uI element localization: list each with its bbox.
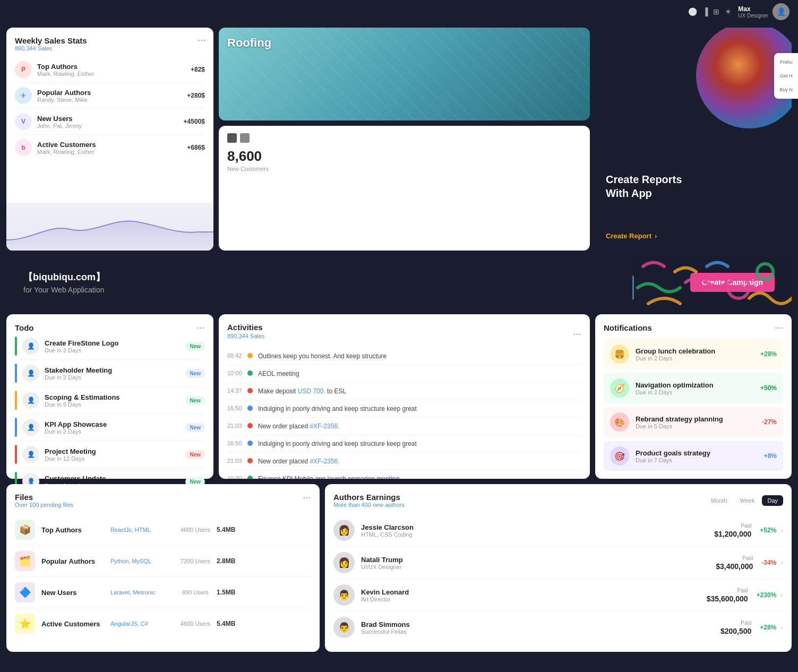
notifications-menu-icon[interactable]: ⋯ [775, 323, 783, 333]
activity-time: 10:30 [227, 475, 247, 479]
todo-menu-icon[interactable]: ⋯ [196, 323, 205, 333]
top-authors-info: Top Authors Mark, Rowling, Esther [37, 63, 191, 77]
activity-dot [247, 353, 253, 358]
list-item: 🎯 Product goals strategy Due in 7 Days +… [604, 441, 783, 471]
author-row-role: UI/UX Designer [361, 564, 716, 570]
new-customers-number: 8,600 [227, 148, 581, 165]
weekly-sales-menu-icon[interactable]: ⋯ [198, 35, 206, 45]
todo-card: Todo ⋯ 👤 Create FireStone Logo Due in 2 … [6, 314, 213, 479]
author-pct: +230% [757, 591, 777, 599]
activity-time: 16:50 [227, 405, 247, 411]
todo-avatar: 👤 [22, 419, 39, 436]
main-content: Weekly Sales Stats 890,344 Sales ⋯ P Top… [0, 23, 798, 658]
notif-due: Due in 2 Days [636, 355, 760, 361]
new-customers-icons [227, 133, 581, 143]
activity-dot [247, 441, 253, 446]
activity-link[interactable]: USD 700. [298, 387, 325, 395]
list-item: 10:00 AEOL meeting [227, 365, 581, 383]
notif-name: Rebrand strategy planning [636, 415, 762, 423]
file-users: 7200 Users [174, 558, 217, 564]
list-item: 👤 Create FireStone Logo Due in 2 Days Ne… [15, 333, 205, 360]
active-customers-icon: b [15, 139, 32, 156]
author-earnings: Paid $200,500 [720, 620, 751, 635]
author-avatar: 👩 [333, 520, 355, 541]
file-users: 4600 Users [174, 527, 217, 533]
right-panel-item-prebu[interactable]: Prebu [777, 57, 795, 67]
list-item: P Top Authors Mark, Rowling, Esther +82$ [15, 57, 205, 83]
new-customers-label: New Customers [227, 166, 581, 172]
list-item: 📦 Top Authors ReactJs, HTML 4600 Users 5… [15, 514, 311, 546]
new-users-info: New Users John, Pat, Jimmy [37, 115, 184, 129]
notif-icon-rebrand: 🎨 [610, 412, 629, 432]
files-subtitle: Over 100 pending files [15, 502, 73, 508]
period-day-button[interactable]: Day [762, 495, 783, 506]
create-report-link[interactable]: Create Report › [606, 232, 781, 240]
files-title: Files [15, 493, 73, 502]
right-panel-item-geth[interactable]: Get H [777, 71, 795, 81]
activity-link[interactable]: #XF-2356. [310, 423, 339, 430]
campaign-decoration [632, 256, 792, 309]
activities-sub: 890,344 Sales [227, 333, 264, 339]
campaign-title: 【biqubiqu.com】 [23, 271, 105, 283]
brightness-icon[interactable]: ☀ [725, 7, 732, 16]
files-card: Files Over 100 pending files ⋯ 📦 Top Aut… [6, 484, 320, 652]
chevron-right-icon[interactable]: › [780, 623, 783, 632]
list-item: V New Users John, Pat, Jimmy +4500$ [15, 109, 205, 135]
topbar: ⚪ ▐ ⊞ ☀ Max UX Designer 👤 [0, 0, 798, 23]
chevron-right-icon[interactable]: › [780, 526, 783, 535]
todo-avatar: 👤 [22, 365, 39, 382]
todo-badge: New [185, 423, 205, 432]
notif-info: Group lunch celebration Due in 2 Days [636, 347, 760, 361]
list-item: 👩 Natali Trump UI/UX Designer Paid $3,40… [333, 547, 783, 579]
user-role: UX Designer [738, 13, 768, 19]
files-menu-icon[interactable]: ⋯ [303, 493, 311, 503]
notif-value: +8% [764, 452, 777, 460]
file-size: 5.4MB [217, 620, 235, 627]
popular-authors-users: Randy, Steve, Mike [37, 97, 187, 103]
list-item: 👨 Brad Simmons Successful Fellas Paid $2… [333, 611, 783, 643]
file-size: 2.8MB [217, 557, 235, 565]
user-name: Max [738, 5, 768, 13]
period-week-button[interactable]: Week [735, 495, 760, 506]
grid-icon[interactable]: ⊞ [713, 7, 719, 16]
right-panel-item-buyn[interactable]: Buy N [777, 85, 795, 94]
authors-earnings-sub: More than 400 new authors [333, 502, 405, 508]
activity-text: Indulging in poorly driving and keep str… [258, 404, 581, 413]
todo-bar [15, 418, 17, 437]
arrow-right-icon: › [655, 232, 657, 240]
activity-dot [247, 476, 253, 479]
battery-icon: ▐ [702, 7, 708, 16]
period-month-button[interactable]: Month [706, 495, 733, 506]
author-row-name: Jessie Clarcson [361, 523, 714, 531]
author-details: Brad Simmons Successful Fellas [361, 621, 720, 635]
topbar-user: Max UX Designer 👤 [738, 3, 790, 20]
campaign-subtitle: for Your Web Application [23, 286, 105, 294]
file-users: 890 Users [174, 589, 217, 596]
todo-due: Due in 2 Days [45, 428, 185, 435]
file-name: Popular Authors [41, 557, 110, 565]
todo-badge: New [185, 450, 205, 459]
activity-text: Make deposit USD 700. to ESL [258, 386, 581, 396]
activities-menu-icon[interactable]: ⋯ [573, 329, 581, 339]
activity-dot [247, 406, 253, 411]
activity-link[interactable]: #XF-2356. [310, 458, 339, 465]
file-tech: Python, MySQL [110, 558, 174, 564]
chevron-right-icon[interactable]: › [780, 591, 783, 599]
create-report-label: Create Report [606, 232, 651, 240]
file-tech: ReactJs, HTML [110, 527, 174, 533]
create-reports-title: Create ReportsWith App [606, 173, 781, 200]
activity-time: 14:37 [227, 387, 247, 394]
author-pct: +52% [760, 527, 776, 534]
author-details: Natali Trump UI/UX Designer [361, 556, 716, 570]
todo-avatar: 👤 [22, 446, 39, 463]
todo-name: Project Meeting [45, 447, 185, 455]
search-icon[interactable]: ⚪ [688, 7, 697, 16]
file-size: 1.5MB [217, 589, 235, 596]
top-authors-name: Top Authors [37, 63, 191, 71]
activity-time: 08:42 [227, 352, 247, 359]
activity-text: New order placed #XF-2356. [258, 421, 581, 431]
chevron-right-icon[interactable]: › [780, 558, 783, 567]
notif-icon-nav: 🧭 [610, 378, 629, 398]
notifications-card: Notifications ⋯ 🍔 Group lunch celebratio… [595, 314, 792, 479]
weekly-sales-title: Weekly Sales Stats [15, 36, 205, 45]
